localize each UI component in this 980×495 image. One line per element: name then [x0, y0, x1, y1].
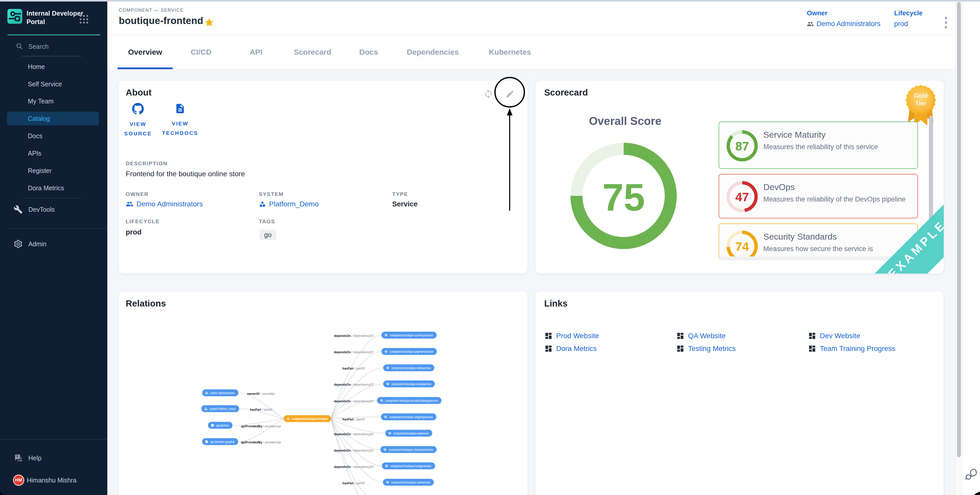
view-source-label: VIEW SOURCE — [115, 119, 161, 138]
chat-icon[interactable] — [965, 467, 979, 482]
tab-bar: OverviewCI/CDAPIScorecardDocsDependencie… — [107, 35, 955, 69]
refresh-icon — [484, 89, 493, 99]
scorecard-card: Scorecard — [536, 80, 944, 274]
owner-value[interactable]: Demo Administrators — [807, 20, 881, 28]
svg-text:dependsOn / dependencyOf: dependsOn / dependencyOf — [334, 350, 374, 354]
relation-node-checkout[interactable]: component:boutique-checkoutservice — [380, 446, 437, 453]
sidebar-item-catalog[interactable]: Catalog — [7, 111, 99, 126]
svg-text:hasPart / partOf: hasPart / partOf — [342, 418, 365, 421]
lifecycle-meta: Lifecycle prod — [894, 2, 945, 35]
metric-card-service-maturity[interactable]: 87 Service MaturityMeasures the reliabil… — [719, 122, 918, 169]
tab-docs[interactable]: Docs — [350, 35, 388, 69]
svg-text:dependsOn / dependencyOf: dependsOn / dependencyOf — [334, 465, 374, 469]
gear-icon — [14, 239, 23, 248]
sidebar-item-register[interactable]: Register — [7, 164, 99, 178]
search-underline — [22, 56, 81, 56]
sidebar-item-home[interactable]: Home — [7, 60, 99, 73]
favorite-star-icon[interactable] — [204, 18, 214, 28]
sidebar-accent-divider — [7, 35, 100, 35]
people-icon — [807, 21, 814, 28]
wrench-icon — [14, 205, 23, 214]
page-scrollbar-thumb[interactable] — [957, 2, 961, 457]
metric-description: Measures the reliability of this service — [764, 143, 878, 151]
relation-node-frontend[interactable]: component:boutique-frontend — [283, 415, 331, 422]
link-prod-website[interactable]: Prod Website — [544, 332, 599, 340]
svg-text:hasPart / partOf: hasPart / partOf — [250, 408, 272, 411]
type-field-value: Service — [392, 200, 418, 208]
lifecycle-field-label: LIFECYCLE — [126, 218, 160, 224]
svg-text:dependsOn / dependencyOf: dependsOn / dependencyOf — [334, 449, 374, 452]
tab-overview[interactable]: Overview — [118, 35, 173, 69]
tab-dependencies[interactable]: Dependencies — [397, 35, 469, 69]
more-menu-icon[interactable] — [941, 16, 951, 32]
system-field-value[interactable]: Platform_Demo — [259, 200, 319, 208]
owner-field-value[interactable]: Demo Administrators — [126, 200, 203, 208]
apps-grid-icon[interactable] — [80, 15, 88, 24]
gold-tier-label: GoldTier — [903, 92, 939, 107]
sidebar-item-help[interactable]: ? Help — [7, 451, 99, 465]
app-logo[interactable] — [7, 9, 22, 24]
sidebar-item-devtools[interactable]: DevTools — [7, 202, 99, 216]
active-tab-underline — [118, 67, 173, 69]
svg-text:component:boutique-loadgenerat: component:boutique-loadgenerator — [390, 464, 431, 468]
sidebar-item-docs[interactable]: Docs — [7, 129, 99, 143]
tab-scorecard[interactable]: Scorecard — [283, 35, 342, 69]
sidebar-item-self-service[interactable]: Self Service — [7, 77, 99, 91]
sidebar-divider — [22, 198, 81, 199]
relations-graph: ownerOf / ownedByhasPart / partOfapiProv… — [119, 291, 528, 495]
sidebar-item-label: Dora Metrics — [28, 185, 64, 192]
svg-text:ownerOf / ownedBy: ownerOf / ownedBy — [247, 392, 275, 396]
sidebar-item-label: APIs — [28, 150, 41, 157]
floating-button-corner — [971, 492, 980, 495]
sidebar-item-my-team[interactable]: My Team — [7, 94, 99, 108]
refresh-button[interactable] — [481, 87, 496, 101]
relation-node-starwars[interactable]: api:starwars-graphql — [202, 438, 238, 445]
page-scrollbar[interactable] — [955, 0, 963, 495]
relation-node-prodcat[interactable]: component:boutique-productcatalogservice — [377, 397, 441, 404]
link-dora-metrics[interactable]: Dora Metrics — [544, 345, 597, 353]
relations-card: Relations ownerOf / ownedByhasPart / par… — [119, 291, 528, 495]
svg-text:api:starwars-graphql: api:starwars-graphql — [210, 440, 234, 444]
sidebar-item-apis[interactable]: APIs — [7, 146, 99, 160]
link-testing-metrics[interactable]: Testing Metrics — [676, 345, 736, 353]
relation-node-shipping[interactable]: component:boutique-shippingservice — [381, 414, 436, 420]
dashboard-icon — [808, 332, 816, 340]
link-qa-website[interactable]: QA Website — [676, 332, 725, 340]
search-icon — [16, 42, 23, 50]
svg-text:api:petstore: api:petstore — [216, 424, 229, 427]
sidebar: Internal Developer Portal Search HomeSel… — [0, 2, 107, 495]
type-field-label: TYPE — [392, 191, 408, 197]
relation-node-demo[interactable]: Demo Administrators — [202, 390, 239, 396]
svg-text:component:boutique-adservice: component:boutique-adservice — [393, 432, 429, 435]
relation-node-currency[interactable]: component:boutique-currencyservice — [382, 332, 437, 339]
tab-ci-cd[interactable]: CI/CD — [179, 35, 223, 69]
relation-node-cart[interactable]: component:boutique-cartservice — [383, 479, 434, 486]
relation-node-email[interactable]: component:boutique-emailservice — [383, 380, 435, 387]
sidebar-item-label: Catalog — [28, 115, 50, 123]
relation-node-loadgen[interactable]: component:boutique-loadgenerator — [382, 463, 435, 470]
link-dev-website[interactable]: Dev Website — [808, 332, 860, 340]
tab-kubernetes[interactable]: Kubernetes — [473, 35, 547, 69]
sidebar-search[interactable]: Search — [0, 40, 107, 55]
content-area: About VIEW SOURCE VIEW TECHDOCS DESCRIPT… — [107, 69, 955, 495]
metric-card-devops[interactable]: 47 DevOpsMeasures the reliability of the… — [719, 174, 918, 218]
user-avatar[interactable]: HM — [13, 474, 24, 486]
relation-node-payment[interactable]: component:boutique-paymentservice — [382, 348, 437, 355]
tab-api[interactable]: API — [239, 35, 273, 69]
svg-text:component:boutique-redisservic: component:boutique-redisservice — [391, 366, 431, 370]
view-techdocs-link[interactable]: VIEW TECHDOCS — [157, 103, 203, 138]
relation-node-system[interactable]: system:Platform_Demo — [201, 405, 239, 412]
svg-text:component:boutique-paymentserv: component:boutique-paymentservice — [390, 350, 433, 353]
metric-card-security-standards[interactable]: 74 Security StandardsMeasures how secure… — [719, 223, 918, 259]
view-source-link[interactable]: VIEW SOURCE — [115, 103, 161, 138]
relation-node-petstore[interactable]: api:petstore — [208, 422, 232, 429]
sidebar-item-dora-metrics[interactable]: Dora Metrics — [7, 181, 99, 195]
link-team-training-progress[interactable]: Team Training Progress — [808, 345, 896, 353]
sidebar-item-admin[interactable]: Admin — [7, 237, 99, 251]
sidebar-item-label: Admin — [29, 240, 46, 248]
relation-node-ad[interactable]: component:boutique-adservice — [385, 430, 432, 437]
owner-field-label: OWNER — [126, 191, 149, 197]
annotation-circle — [494, 77, 525, 108]
relation-node-redis[interactable]: component:boutique-redisservice — [383, 364, 434, 371]
overall-score-label: Overall Score — [536, 115, 714, 127]
